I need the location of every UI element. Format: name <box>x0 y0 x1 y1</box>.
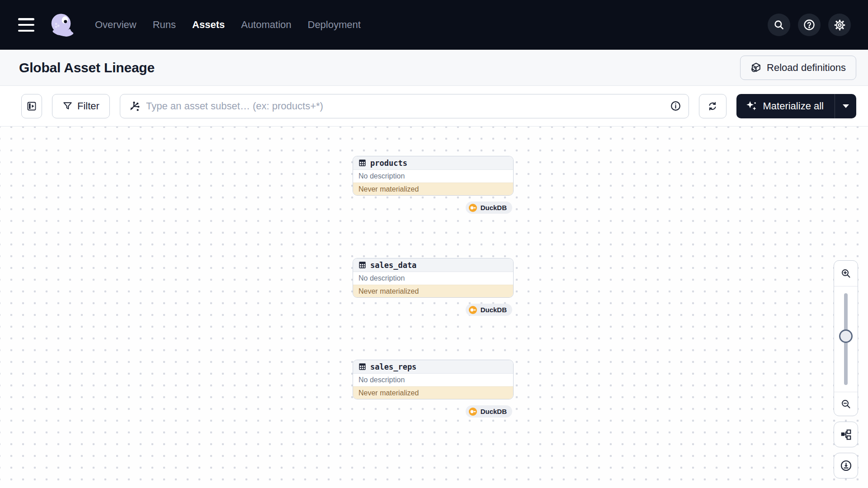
asset-name: products <box>370 159 407 168</box>
zoom-in-icon <box>840 268 851 279</box>
asset-description: No description <box>353 170 513 183</box>
asset-subset-input-container <box>120 94 689 118</box>
nav-icon-group <box>768 14 851 36</box>
asset-graph-icon <box>128 100 140 112</box>
expand-panel-icon <box>26 101 37 112</box>
settings-button[interactable] <box>828 14 851 36</box>
expand-side-panel-button[interactable] <box>21 94 42 118</box>
asset-node-sales-data[interactable]: sales_data No description Never material… <box>353 258 514 298</box>
page-header: Global Asset Lineage Reload definitions <box>0 50 868 86</box>
refresh-graph-button[interactable] <box>699 94 726 118</box>
table-icon <box>359 159 366 167</box>
reload-definitions-icon <box>750 62 762 73</box>
primary-nav: Overview Runs Assets Automation Deployme… <box>95 19 361 31</box>
zoom-control-panel <box>834 260 858 416</box>
asset-subset-input[interactable] <box>146 100 664 112</box>
kind-tag-duckdb[interactable]: DuckDB <box>466 202 512 214</box>
table-icon <box>359 363 366 371</box>
kind-tag-duckdb[interactable]: DuckDB <box>466 405 512 418</box>
info-icon[interactable] <box>670 100 681 112</box>
sync-icon <box>707 101 718 112</box>
search-icon <box>773 19 785 31</box>
lineage-toolbar: Filter <box>0 86 868 127</box>
settings-icon <box>834 19 846 31</box>
nav-item-overview[interactable]: Overview <box>95 19 137 31</box>
filter-button[interactable]: Filter <box>52 94 110 118</box>
kind-tag-duckdb[interactable]: DuckDB <box>466 304 512 316</box>
page-title: Global Asset Lineage <box>19 60 155 75</box>
zoom-out-button[interactable] <box>834 392 858 416</box>
materialize-all-split-button: Materialize all <box>736 94 857 118</box>
reload-definitions-label: Reload definitions <box>767 62 846 74</box>
asset-node-header: products <box>353 156 513 170</box>
asset-status-badge: Never materialized <box>353 285 513 297</box>
filter-label: Filter <box>77 100 99 112</box>
search-button[interactable] <box>768 14 790 36</box>
reload-definitions-button[interactable]: Reload definitions <box>740 56 856 80</box>
dagster-logo[interactable] <box>47 11 75 39</box>
asset-name: sales_reps <box>370 362 416 371</box>
asset-status-badge: Never materialized <box>353 183 513 195</box>
help-icon <box>803 19 816 31</box>
rearrange-layout-button[interactable] <box>834 422 858 447</box>
zoom-in-button[interactable] <box>834 261 858 286</box>
nav-item-automation[interactable]: Automation <box>241 19 291 31</box>
top-nav-bar: Overview Runs Assets Automation Deployme… <box>0 0 868 50</box>
asset-node-header: sales_data <box>353 258 513 272</box>
help-button[interactable] <box>798 14 821 36</box>
download-icon <box>840 460 852 472</box>
materialize-all-button[interactable]: Materialize all <box>736 94 835 118</box>
chevron-down-icon <box>843 104 849 108</box>
asset-node-header: sales_reps <box>353 360 513 374</box>
zoom-slider-handle[interactable] <box>839 329 853 343</box>
materialize-all-label: Materialize all <box>763 100 824 112</box>
sparkle-icon <box>745 100 758 112</box>
duckdb-icon <box>469 306 477 314</box>
zoom-out-icon <box>840 399 851 409</box>
materialize-options-dropdown[interactable] <box>835 94 856 118</box>
kind-tag-label: DuckDB <box>481 408 507 415</box>
zoom-slider[interactable] <box>834 286 858 392</box>
kind-tag-label: DuckDB <box>481 204 507 211</box>
nav-item-runs[interactable]: Runs <box>153 19 176 31</box>
asset-description: No description <box>353 374 513 387</box>
filter-funnel-icon <box>62 101 73 111</box>
asset-status-badge: Never materialized <box>353 387 513 399</box>
asset-group-sales-reps: sales_reps No description Never material… <box>353 360 514 418</box>
kind-tag-label: DuckDB <box>481 306 507 314</box>
asset-group-sales-data: sales_data No description Never material… <box>353 258 514 316</box>
lineage-canvas[interactable]: products No description Never materializ… <box>0 127 868 488</box>
asset-node-products[interactable]: products No description Never materializ… <box>353 156 514 196</box>
nav-item-assets[interactable]: Assets <box>192 19 225 31</box>
table-icon <box>359 261 366 269</box>
duckdb-icon <box>469 408 477 416</box>
asset-description: No description <box>353 272 513 285</box>
nav-item-deployment[interactable]: Deployment <box>308 19 361 31</box>
tree-layout-icon <box>840 429 852 441</box>
asset-group-products: products No description Never materializ… <box>353 156 514 214</box>
asset-node-sales-reps[interactable]: sales_reps No description Never material… <box>353 360 514 399</box>
asset-name: sales_data <box>370 261 416 270</box>
duckdb-icon <box>469 204 477 212</box>
download-image-button[interactable] <box>834 453 858 479</box>
hamburger-menu-icon[interactable] <box>18 18 34 32</box>
